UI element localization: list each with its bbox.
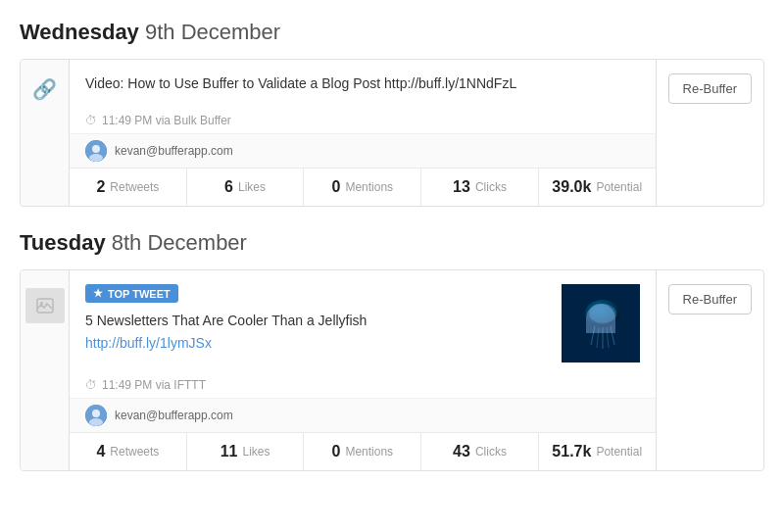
- svg-rect-5: [562, 284, 640, 363]
- svg-point-1: [92, 145, 100, 153]
- link-icon: 🔗: [32, 77, 57, 101]
- rebuffer-button[interactable]: Re-Buffer: [668, 73, 752, 104]
- svg-point-14: [92, 410, 100, 417]
- clock-icon: ⏱: [85, 378, 97, 392]
- tweet-stats: 2Retweets6Likes0Mentions13Clicks39.0kPot…: [70, 168, 656, 206]
- stat-number: 0: [331, 443, 340, 460]
- tweet-text-area: Video: How to Use Buffer to Validate a B…: [85, 73, 640, 98]
- rebuffer-col: Re-Buffer: [656, 270, 763, 470]
- stat-number: 4: [96, 443, 105, 460]
- stat-label: Potential: [596, 445, 642, 459]
- stat-mentions: 0Mentions: [304, 433, 421, 470]
- tweet-meta: ⏱11:49 PM via IFTTT: [70, 372, 656, 398]
- stat-number: 6: [224, 178, 233, 196]
- stat-label: Clicks: [475, 180, 507, 194]
- stat-label: Clicks: [475, 445, 507, 459]
- day-heading: Wednesday 9th December: [20, 20, 764, 45]
- avatar: [85, 140, 107, 162]
- tweet-thumbnail: [562, 284, 640, 363]
- stat-label: Mentions: [345, 445, 393, 459]
- svg-point-15: [89, 418, 103, 426]
- star-icon: ★: [93, 287, 103, 300]
- svg-point-2: [89, 154, 103, 162]
- tweet-timestamp: 11:49 PM via Bulk Buffer: [102, 114, 231, 127]
- top-tweet-badge: ★TOP TWEET: [85, 284, 178, 303]
- tweet-author: kevan@bufferapp.com: [70, 133, 656, 168]
- stat-potential: 39.0kPotential: [539, 169, 656, 206]
- stat-likes: 6Likes: [187, 169, 305, 206]
- stat-label: Likes: [238, 180, 266, 194]
- stat-likes: 11Likes: [187, 433, 305, 470]
- tweet-text-area: ★TOP TWEET5 Newsletters That Are Cooler …: [85, 284, 550, 351]
- stat-label: Potential: [596, 180, 642, 194]
- tweet-meta: ⏱11:49 PM via Bulk Buffer: [70, 108, 656, 133]
- stat-number: 2: [96, 178, 105, 196]
- stat-number: 43: [453, 443, 470, 460]
- clock-icon: ⏱: [85, 114, 97, 127]
- stat-clicks: 43Clicks: [421, 433, 539, 470]
- tweet-author: kevan@bufferapp.com: [70, 398, 656, 432]
- image-placeholder-icon: [25, 288, 65, 323]
- tweet-body: ★TOP TWEET5 Newsletters That Are Cooler …: [70, 270, 656, 470]
- svg-point-7: [589, 304, 616, 323]
- day-heading: Tuesday 8th December: [20, 230, 764, 256]
- author-name: kevan@bufferapp.com: [115, 409, 233, 422]
- tweet-content: Video: How to Use Buffer to Validate a B…: [70, 60, 656, 108]
- tweet-content: ★TOP TWEET5 Newsletters That Are Cooler …: [70, 270, 656, 372]
- svg-point-6: [585, 300, 620, 327]
- rebuffer-col: Re-Buffer: [656, 60, 763, 206]
- author-name: kevan@bufferapp.com: [115, 144, 233, 158]
- stat-mentions: 0Mentions: [304, 169, 421, 206]
- tweet-link[interactable]: http://buff.ly/1lymJSx: [85, 335, 550, 351]
- stat-number: 13: [453, 178, 470, 196]
- tweet-card: 🔗Video: How to Use Buffer to Validate a …: [20, 59, 764, 207]
- section-tuesday: Tuesday 8th December★TOP TWEET5 Newslett…: [20, 230, 764, 471]
- tweet-text: Video: How to Use Buffer to Validate a B…: [85, 73, 640, 94]
- stat-number: 51.7k: [552, 443, 591, 460]
- tweet-card: ★TOP TWEET5 Newsletters That Are Cooler …: [20, 269, 764, 471]
- stat-label: Retweets: [110, 445, 159, 459]
- stat-label: Retweets: [110, 180, 159, 194]
- stat-clicks: 13Clicks: [421, 169, 539, 206]
- stat-retweets: 2Retweets: [70, 169, 187, 206]
- svg-point-4: [40, 302, 43, 305]
- stat-potential: 51.7kPotential: [539, 433, 656, 470]
- stat-label: Mentions: [345, 180, 393, 194]
- stat-label: Likes: [242, 445, 270, 459]
- stat-number: 11: [220, 443, 238, 460]
- avatar: [85, 405, 107, 426]
- tweet-text: 5 Newsletters That Are Cooler Than a Jel…: [85, 311, 550, 331]
- tweet-stats: 4Retweets11Likes0Mentions43Clicks51.7kPo…: [70, 432, 656, 470]
- tweet-icon-col: [21, 270, 70, 470]
- stat-number: 39.0k: [552, 178, 591, 196]
- tweet-body: Video: How to Use Buffer to Validate a B…: [70, 60, 656, 206]
- tweet-icon-col: 🔗: [21, 60, 70, 206]
- section-wednesday: Wednesday 9th December🔗Video: How to Use…: [20, 20, 764, 207]
- rebuffer-button[interactable]: Re-Buffer: [668, 284, 752, 314]
- tweet-timestamp: 11:49 PM via IFTTT: [102, 378, 206, 392]
- top-tweet-label: TOP TWEET: [108, 288, 171, 300]
- stat-retweets: 4Retweets: [70, 433, 187, 470]
- stat-number: 0: [331, 178, 340, 196]
